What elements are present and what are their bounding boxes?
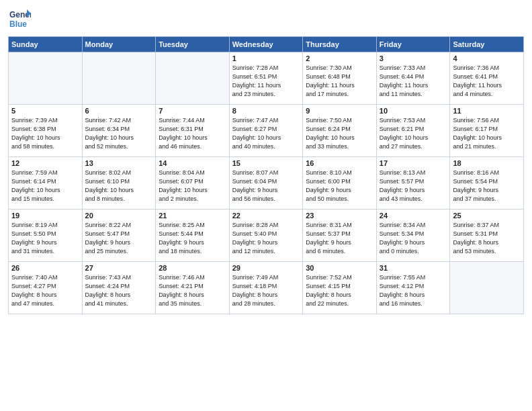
day-number: 8 [232, 107, 300, 115]
weekday-header: Friday [376, 37, 450, 52]
calendar-cell: 17Sunrise: 8:13 AM Sunset: 5:57 PM Dayli… [376, 157, 450, 210]
calendar-cell: 1Sunrise: 7:28 AM Sunset: 6:51 PM Daylig… [229, 52, 303, 105]
day-number: 4 [453, 54, 521, 62]
day-number: 12 [11, 159, 79, 167]
weekday-header: Tuesday [156, 37, 230, 52]
day-number: 21 [159, 212, 226, 220]
day-info: Sunrise: 8:02 AM Sunset: 6:10 PM Dayligh… [85, 169, 153, 203]
calendar-cell: 4Sunrise: 7:36 AM Sunset: 6:41 PM Daylig… [450, 52, 524, 105]
day-info: Sunrise: 8:19 AM Sunset: 5:50 PM Dayligh… [11, 221, 79, 256]
calendar-cell: 16Sunrise: 8:10 AM Sunset: 6:00 PM Dayli… [303, 157, 377, 210]
day-number: 28 [159, 264, 226, 272]
day-number: 26 [11, 264, 79, 272]
calendar-cell: 5Sunrise: 7:39 AM Sunset: 6:38 PM Daylig… [9, 105, 83, 157]
calendar-cell: 18Sunrise: 8:16 AM Sunset: 5:54 PM Dayli… [450, 157, 524, 210]
calendar-cell: 15Sunrise: 8:07 AM Sunset: 6:04 PM Dayli… [229, 157, 303, 210]
calendar-cell [156, 52, 230, 105]
day-number: 6 [85, 107, 153, 115]
weekday-header: Monday [82, 37, 156, 52]
day-number: 11 [453, 107, 521, 115]
day-info: Sunrise: 7:28 AM Sunset: 6:51 PM Dayligh… [232, 64, 300, 99]
day-number: 29 [232, 264, 300, 272]
calendar-cell: 8Sunrise: 7:47 AM Sunset: 6:27 PM Daylig… [229, 105, 303, 157]
day-number: 3 [380, 54, 447, 62]
calendar-cell: 19Sunrise: 8:19 AM Sunset: 5:50 PM Dayli… [9, 210, 83, 262]
calendar-cell: 6Sunrise: 7:42 AM Sunset: 6:34 PM Daylig… [82, 105, 156, 157]
page: General Blue SundayMondayTuesdayWednesda… [0, 0, 532, 411]
day-info: Sunrise: 8:04 AM Sunset: 6:07 PM Dayligh… [159, 169, 226, 203]
day-number: 17 [380, 159, 447, 167]
calendar-week-row: 1Sunrise: 7:28 AM Sunset: 6:51 PM Daylig… [9, 52, 524, 105]
day-info: Sunrise: 7:50 AM Sunset: 6:24 PM Dayligh… [306, 116, 373, 151]
day-info: Sunrise: 7:56 AM Sunset: 6:17 PM Dayligh… [453, 116, 521, 151]
calendar-cell: 28Sunrise: 7:46 AM Sunset: 4:21 PM Dayli… [156, 262, 230, 314]
calendar-cell: 24Sunrise: 8:34 AM Sunset: 5:34 PM Dayli… [376, 210, 450, 262]
day-info: Sunrise: 7:40 AM Sunset: 4:27 PM Dayligh… [11, 273, 79, 308]
weekday-header: Wednesday [229, 37, 303, 52]
logo-icon: General Blue [8, 7, 31, 30]
day-info: Sunrise: 7:43 AM Sunset: 4:24 PM Dayligh… [85, 273, 153, 308]
calendar-header-row: SundayMondayTuesdayWednesdayThursdayFrid… [9, 37, 524, 52]
day-number: 2 [306, 54, 373, 62]
calendar-cell: 7Sunrise: 7:44 AM Sunset: 6:31 PM Daylig… [156, 105, 230, 157]
day-number: 31 [380, 264, 447, 272]
day-info: Sunrise: 7:30 AM Sunset: 6:48 PM Dayligh… [306, 64, 373, 99]
day-info: Sunrise: 8:10 AM Sunset: 6:00 PM Dayligh… [306, 169, 373, 203]
day-info: Sunrise: 7:46 AM Sunset: 4:21 PM Dayligh… [159, 273, 226, 308]
calendar-cell: 25Sunrise: 8:37 AM Sunset: 5:31 PM Dayli… [450, 210, 524, 262]
day-number: 24 [380, 212, 447, 220]
day-number: 30 [306, 264, 373, 272]
day-number: 20 [85, 212, 153, 220]
day-info: Sunrise: 7:55 AM Sunset: 4:12 PM Dayligh… [380, 273, 447, 308]
calendar-cell: 11Sunrise: 7:56 AM Sunset: 6:17 PM Dayli… [450, 105, 524, 157]
day-info: Sunrise: 8:28 AM Sunset: 5:40 PM Dayligh… [232, 221, 300, 256]
day-info: Sunrise: 7:53 AM Sunset: 6:21 PM Dayligh… [380, 116, 447, 151]
calendar-cell: 21Sunrise: 8:25 AM Sunset: 5:44 PM Dayli… [156, 210, 230, 262]
calendar-week-row: 12Sunrise: 7:59 AM Sunset: 6:14 PM Dayli… [9, 157, 524, 210]
day-info: Sunrise: 7:47 AM Sunset: 6:27 PM Dayligh… [232, 116, 300, 151]
weekday-header: Thursday [303, 37, 377, 52]
day-number: 25 [453, 212, 521, 220]
day-number: 9 [306, 107, 373, 115]
calendar-cell [9, 52, 83, 105]
day-info: Sunrise: 8:16 AM Sunset: 5:54 PM Dayligh… [453, 169, 521, 203]
calendar-week-row: 5Sunrise: 7:39 AM Sunset: 6:38 PM Daylig… [9, 105, 524, 157]
calendar-cell [450, 262, 524, 314]
day-info: Sunrise: 8:34 AM Sunset: 5:34 PM Dayligh… [380, 221, 447, 256]
calendar-cell: 22Sunrise: 8:28 AM Sunset: 5:40 PM Dayli… [229, 210, 303, 262]
calendar-cell: 3Sunrise: 7:33 AM Sunset: 6:44 PM Daylig… [376, 52, 450, 105]
day-info: Sunrise: 7:42 AM Sunset: 6:34 PM Dayligh… [85, 116, 153, 151]
calendar-cell: 2Sunrise: 7:30 AM Sunset: 6:48 PM Daylig… [303, 52, 377, 105]
calendar-cell: 10Sunrise: 7:53 AM Sunset: 6:21 PM Dayli… [376, 105, 450, 157]
calendar-cell [82, 52, 156, 105]
day-number: 27 [85, 264, 153, 272]
calendar-cell: 12Sunrise: 7:59 AM Sunset: 6:14 PM Dayli… [9, 157, 83, 210]
day-number: 10 [380, 107, 447, 115]
day-info: Sunrise: 8:07 AM Sunset: 6:04 PM Dayligh… [232, 169, 300, 203]
day-number: 7 [159, 107, 226, 115]
day-number: 15 [232, 159, 300, 167]
calendar-cell: 20Sunrise: 8:22 AM Sunset: 5:47 PM Dayli… [82, 210, 156, 262]
logo: General Blue [8, 7, 31, 32]
day-info: Sunrise: 7:52 AM Sunset: 4:15 PM Dayligh… [306, 273, 373, 308]
day-info: Sunrise: 7:39 AM Sunset: 6:38 PM Dayligh… [11, 116, 79, 151]
weekday-header: Sunday [9, 37, 83, 52]
calendar-week-row: 19Sunrise: 8:19 AM Sunset: 5:50 PM Dayli… [9, 210, 524, 262]
calendar-cell: 23Sunrise: 8:31 AM Sunset: 5:37 PM Dayli… [303, 210, 377, 262]
day-info: Sunrise: 7:36 AM Sunset: 6:41 PM Dayligh… [453, 64, 521, 99]
day-info: Sunrise: 7:59 AM Sunset: 6:14 PM Dayligh… [11, 169, 79, 203]
calendar-cell: 9Sunrise: 7:50 AM Sunset: 6:24 PM Daylig… [303, 105, 377, 157]
calendar-cell: 30Sunrise: 7:52 AM Sunset: 4:15 PM Dayli… [303, 262, 377, 314]
calendar-cell: 29Sunrise: 7:49 AM Sunset: 4:18 PM Dayli… [229, 262, 303, 314]
weekday-header: Saturday [450, 37, 524, 52]
calendar-week-row: 26Sunrise: 7:40 AM Sunset: 4:27 PM Dayli… [9, 262, 524, 314]
day-number: 18 [453, 159, 521, 167]
calendar-cell: 26Sunrise: 7:40 AM Sunset: 4:27 PM Dayli… [9, 262, 83, 314]
calendar-cell: 14Sunrise: 8:04 AM Sunset: 6:07 PM Dayli… [156, 157, 230, 210]
day-number: 22 [232, 212, 300, 220]
day-number: 23 [306, 212, 373, 220]
day-info: Sunrise: 8:31 AM Sunset: 5:37 PM Dayligh… [306, 221, 373, 256]
calendar-cell: 31Sunrise: 7:55 AM Sunset: 4:12 PM Dayli… [376, 262, 450, 314]
calendar-cell: 13Sunrise: 8:02 AM Sunset: 6:10 PM Dayli… [82, 157, 156, 210]
day-number: 5 [11, 107, 79, 115]
